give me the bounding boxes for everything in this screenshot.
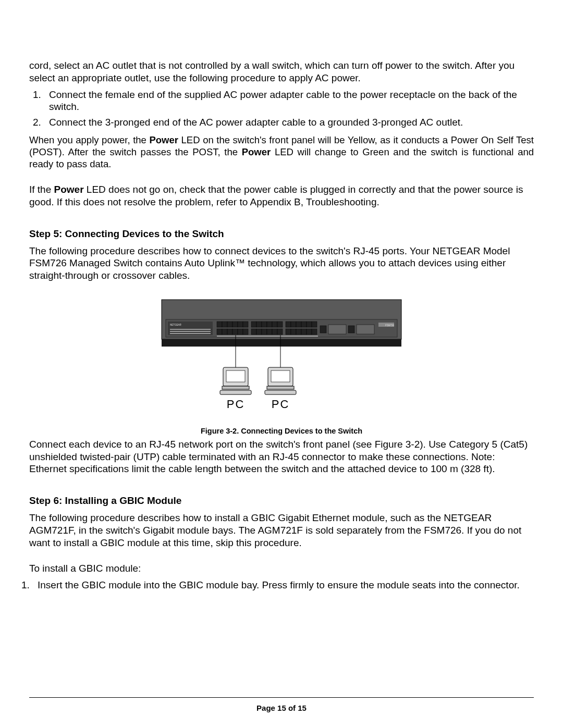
page-number: Page 15 of 15 bbox=[0, 704, 563, 712]
svg-rect-35 bbox=[307, 322, 312, 327]
svg-rect-46 bbox=[357, 325, 374, 334]
svg-rect-12 bbox=[243, 322, 248, 327]
paragraph-continuation: cord, select an AC outlet that is not co… bbox=[29, 59, 534, 84]
svg-rect-17 bbox=[238, 329, 243, 335]
svg-rect-24 bbox=[277, 322, 283, 327]
svg-rect-10 bbox=[232, 322, 238, 327]
pc-label: PC bbox=[272, 398, 290, 411]
text: LED does not go on, check that the power… bbox=[29, 184, 523, 207]
step6-paragraph: The following procedure describes how to… bbox=[29, 512, 534, 549]
brand-label: NETGEAR bbox=[170, 324, 182, 326]
svg-rect-54 bbox=[220, 390, 251, 394]
svg-rect-7 bbox=[217, 322, 222, 327]
svg-rect-39 bbox=[296, 329, 301, 335]
svg-rect-37 bbox=[286, 329, 291, 335]
pc-icon bbox=[265, 367, 296, 394]
svg-rect-40 bbox=[301, 329, 307, 335]
svg-rect-32 bbox=[291, 322, 296, 327]
svg-rect-53 bbox=[222, 386, 249, 389]
svg-rect-58 bbox=[265, 390, 296, 394]
svg-rect-42 bbox=[312, 329, 317, 335]
svg-rect-56 bbox=[271, 371, 290, 382]
list-item: Insert the GBIC module into the GBIC mod… bbox=[32, 579, 534, 591]
if-power-paragraph: If the Power LED does not go on, check t… bbox=[29, 183, 534, 208]
text: If the bbox=[29, 184, 54, 195]
text: When you apply power, the bbox=[29, 134, 149, 145]
pc-label: PC bbox=[227, 398, 245, 411]
svg-rect-11 bbox=[238, 322, 243, 327]
step5-after-paragraph: Connect each device to an RJ-45 network … bbox=[29, 438, 534, 475]
bold-text: Power bbox=[54, 184, 84, 195]
svg-rect-25 bbox=[251, 329, 256, 335]
footer-rule bbox=[29, 697, 534, 698]
bold-text: Power bbox=[149, 134, 178, 145]
svg-rect-36 bbox=[312, 322, 317, 327]
svg-rect-57 bbox=[267, 386, 294, 389]
document-page: cord, select an AC outlet that is not co… bbox=[0, 0, 563, 728]
svg-rect-43 bbox=[320, 326, 326, 333]
power-steps-list: Connect the female end of the supplied A… bbox=[29, 89, 534, 129]
svg-rect-48 bbox=[217, 336, 318, 337]
svg-rect-33 bbox=[296, 322, 301, 327]
gbic-steps-list: Insert the GBIC module into the GBIC mod… bbox=[29, 579, 534, 591]
svg-rect-21 bbox=[262, 322, 267, 327]
switch-diagram: NETGEAR bbox=[151, 294, 412, 419]
svg-rect-19 bbox=[251, 322, 256, 327]
list-item: Connect the 3-pronged end of the AC powe… bbox=[44, 116, 534, 129]
bold-text: Power bbox=[242, 146, 271, 157]
svg-rect-5 bbox=[170, 331, 211, 332]
step5-paragraph: The following procedure describes how to… bbox=[29, 245, 534, 282]
svg-rect-9 bbox=[227, 322, 232, 327]
svg-rect-18 bbox=[243, 329, 248, 335]
svg-rect-41 bbox=[307, 329, 312, 335]
svg-rect-27 bbox=[262, 329, 267, 335]
model-label: FSM726 bbox=[385, 324, 395, 327]
figure-3-2: NETGEAR bbox=[29, 294, 534, 422]
svg-rect-52 bbox=[226, 371, 245, 382]
svg-rect-8 bbox=[222, 322, 227, 327]
step5-heading: Step 5: Connecting Devices to the Switch bbox=[29, 228, 534, 240]
list-item: Connect the female end of the supplied A… bbox=[44, 89, 534, 114]
svg-rect-6 bbox=[170, 333, 211, 334]
svg-rect-31 bbox=[286, 322, 291, 327]
svg-rect-13 bbox=[217, 329, 222, 335]
figure-caption: Figure 3-2. Connecting Devices to the Sw… bbox=[29, 427, 534, 435]
step6-heading: Step 6: Installing a GBIC Module bbox=[29, 495, 534, 507]
svg-rect-34 bbox=[301, 322, 307, 327]
svg-rect-28 bbox=[267, 329, 272, 335]
svg-rect-30 bbox=[277, 329, 283, 335]
svg-rect-22 bbox=[267, 322, 272, 327]
svg-rect-1 bbox=[162, 339, 401, 347]
svg-rect-45 bbox=[348, 326, 354, 333]
svg-rect-29 bbox=[272, 329, 277, 335]
post-power-paragraph: When you apply power, the Power LED on t… bbox=[29, 134, 534, 170]
svg-rect-14 bbox=[222, 329, 227, 335]
svg-rect-23 bbox=[272, 322, 277, 327]
svg-rect-26 bbox=[256, 329, 262, 335]
svg-rect-4 bbox=[170, 329, 211, 330]
pc-icon bbox=[220, 367, 251, 394]
svg-rect-44 bbox=[328, 325, 346, 334]
svg-rect-16 bbox=[232, 329, 238, 335]
svg-rect-20 bbox=[256, 322, 262, 327]
step6-lead: To install a GBIC module: bbox=[29, 562, 534, 575]
svg-rect-15 bbox=[227, 329, 232, 335]
svg-rect-38 bbox=[291, 329, 296, 335]
